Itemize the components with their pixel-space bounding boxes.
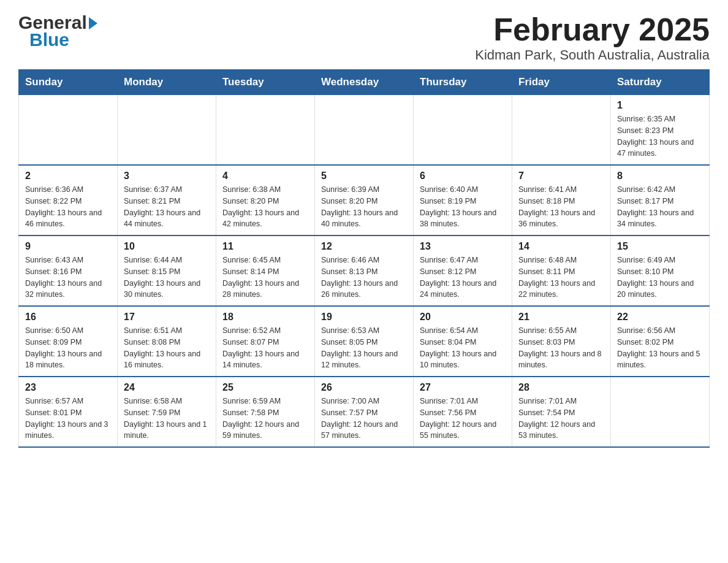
day-info: Sunrise: 6:57 AMSunset: 8:01 PMDaylight:… [25, 396, 111, 442]
calendar-cell: 26Sunrise: 7:00 AMSunset: 7:57 PMDayligh… [315, 377, 414, 447]
day-number: 20 [420, 312, 506, 323]
calendar-cell [414, 95, 512, 166]
day-number: 14 [518, 241, 604, 252]
day-number: 4 [222, 170, 308, 182]
calendar-cell [216, 95, 315, 166]
calendar-cell: 2Sunrise: 6:36 AMSunset: 8:22 PMDaylight… [19, 165, 118, 236]
day-number: 18 [222, 312, 308, 323]
day-info: Sunrise: 6:55 AMSunset: 8:03 PMDaylight:… [518, 325, 604, 371]
weekday-header-sunday: Sunday [19, 70, 118, 95]
calendar-table: SundayMondayTuesdayWednesdayThursdayFrid… [18, 69, 710, 448]
day-number: 19 [321, 312, 407, 323]
day-number: 27 [420, 382, 506, 393]
day-number: 6 [420, 170, 506, 182]
day-number: 2 [25, 170, 111, 182]
day-number: 23 [25, 382, 111, 393]
calendar-cell [512, 95, 611, 166]
day-info: Sunrise: 6:45 AMSunset: 8:14 PMDaylight:… [222, 255, 308, 301]
day-info: Sunrise: 6:42 AMSunset: 8:17 PMDaylight:… [617, 184, 703, 230]
day-info: Sunrise: 7:01 AMSunset: 7:56 PMDaylight:… [420, 396, 506, 442]
day-info: Sunrise: 6:43 AMSunset: 8:16 PMDaylight:… [25, 255, 111, 301]
calendar-week-4: 16Sunrise: 6:50 AMSunset: 8:09 PMDayligh… [19, 306, 710, 377]
calendar-cell: 23Sunrise: 6:57 AMSunset: 8:01 PMDayligh… [19, 377, 118, 447]
calendar-cell: 10Sunrise: 6:44 AMSunset: 8:15 PMDayligh… [118, 236, 216, 306]
calendar-cell: 5Sunrise: 6:39 AMSunset: 8:20 PMDaylight… [315, 165, 414, 236]
calendar-cell [19, 95, 118, 166]
weekday-header-row: SundayMondayTuesdayWednesdayThursdayFrid… [19, 70, 710, 95]
day-info: Sunrise: 6:51 AMSunset: 8:08 PMDaylight:… [124, 325, 210, 371]
day-number: 21 [518, 312, 604, 323]
calendar-cell [118, 95, 216, 166]
day-info: Sunrise: 6:58 AMSunset: 7:59 PMDaylight:… [124, 396, 210, 442]
logo: General Blue [18, 12, 97, 50]
day-info: Sunrise: 6:54 AMSunset: 8:04 PMDaylight:… [420, 325, 506, 371]
calendar-cell: 11Sunrise: 6:45 AMSunset: 8:14 PMDayligh… [216, 236, 315, 306]
calendar-cell: 20Sunrise: 6:54 AMSunset: 8:04 PMDayligh… [414, 306, 512, 377]
day-info: Sunrise: 6:48 AMSunset: 8:11 PMDaylight:… [518, 255, 604, 301]
calendar-cell: 22Sunrise: 6:56 AMSunset: 8:02 PMDayligh… [611, 306, 710, 377]
calendar-cell: 12Sunrise: 6:46 AMSunset: 8:13 PMDayligh… [315, 236, 414, 306]
calendar-cell: 4Sunrise: 6:38 AMSunset: 8:20 PMDaylight… [216, 165, 315, 236]
day-number: 22 [617, 312, 703, 323]
day-info: Sunrise: 6:40 AMSunset: 8:19 PMDaylight:… [420, 184, 506, 230]
day-number: 15 [617, 241, 703, 252]
calendar-cell [315, 95, 414, 166]
day-info: Sunrise: 6:44 AMSunset: 8:15 PMDaylight:… [124, 255, 210, 301]
calendar-cell: 6Sunrise: 6:40 AMSunset: 8:19 PMDaylight… [414, 165, 512, 236]
calendar-cell: 14Sunrise: 6:48 AMSunset: 8:11 PMDayligh… [512, 236, 611, 306]
calendar-cell: 16Sunrise: 6:50 AMSunset: 8:09 PMDayligh… [19, 306, 118, 377]
logo-chevron-icon [89, 17, 97, 29]
day-number: 10 [124, 241, 210, 252]
calendar-cell: 1Sunrise: 6:35 AMSunset: 8:23 PMDaylight… [611, 95, 710, 166]
weekday-header-monday: Monday [118, 70, 216, 95]
day-info: Sunrise: 6:53 AMSunset: 8:05 PMDaylight:… [321, 325, 407, 371]
calendar-cell: 24Sunrise: 6:58 AMSunset: 7:59 PMDayligh… [118, 377, 216, 447]
day-number: 1 [617, 100, 703, 111]
day-number: 28 [518, 382, 604, 393]
calendar-cell [611, 377, 710, 447]
logo-blue-text: Blue [29, 29, 69, 50]
calendar-cell: 3Sunrise: 6:37 AMSunset: 8:21 PMDaylight… [118, 165, 216, 236]
calendar-header: SundayMondayTuesdayWednesdayThursdayFrid… [19, 70, 710, 95]
calendar-cell: 21Sunrise: 6:55 AMSunset: 8:03 PMDayligh… [512, 306, 611, 377]
weekday-header-tuesday: Tuesday [216, 70, 315, 95]
calendar-title: February 2025 [475, 12, 710, 47]
day-info: Sunrise: 6:38 AMSunset: 8:20 PMDaylight:… [222, 184, 308, 230]
calendar-cell: 28Sunrise: 7:01 AMSunset: 7:54 PMDayligh… [512, 377, 611, 447]
calendar-week-5: 23Sunrise: 6:57 AMSunset: 8:01 PMDayligh… [19, 377, 710, 447]
calendar-cell: 17Sunrise: 6:51 AMSunset: 8:08 PMDayligh… [118, 306, 216, 377]
calendar-cell: 19Sunrise: 6:53 AMSunset: 8:05 PMDayligh… [315, 306, 414, 377]
calendar-cell: 27Sunrise: 7:01 AMSunset: 7:56 PMDayligh… [414, 377, 512, 447]
calendar-week-1: 1Sunrise: 6:35 AMSunset: 8:23 PMDaylight… [19, 95, 710, 166]
weekday-header-saturday: Saturday [611, 70, 710, 95]
day-number: 7 [518, 170, 604, 182]
day-info: Sunrise: 6:59 AMSunset: 7:58 PMDaylight:… [222, 396, 308, 442]
day-info: Sunrise: 6:36 AMSunset: 8:22 PMDaylight:… [25, 184, 111, 230]
day-number: 24 [124, 382, 210, 393]
calendar-cell: 8Sunrise: 6:42 AMSunset: 8:17 PMDaylight… [611, 165, 710, 236]
day-number: 16 [25, 312, 111, 323]
day-info: Sunrise: 7:01 AMSunset: 7:54 PMDaylight:… [518, 396, 604, 442]
calendar-cell: 7Sunrise: 6:41 AMSunset: 8:18 PMDaylight… [512, 165, 611, 236]
title-block: February 2025 Kidman Park, South Austral… [475, 12, 710, 63]
day-number: 9 [25, 241, 111, 252]
day-number: 12 [321, 241, 407, 252]
calendar-week-3: 9Sunrise: 6:43 AMSunset: 8:16 PMDaylight… [19, 236, 710, 306]
day-info: Sunrise: 6:35 AMSunset: 8:23 PMDaylight:… [617, 113, 703, 159]
day-number: 5 [321, 170, 407, 182]
day-number: 11 [222, 241, 308, 252]
day-info: Sunrise: 6:46 AMSunset: 8:13 PMDaylight:… [321, 255, 407, 301]
day-info: Sunrise: 6:56 AMSunset: 8:02 PMDaylight:… [617, 325, 703, 371]
calendar-cell: 18Sunrise: 6:52 AMSunset: 8:07 PMDayligh… [216, 306, 315, 377]
page-header: General Blue February 2025 Kidman Park, … [18, 12, 710, 63]
day-number: 25 [222, 382, 308, 393]
day-info: Sunrise: 6:49 AMSunset: 8:10 PMDaylight:… [617, 255, 703, 301]
calendar-cell: 25Sunrise: 6:59 AMSunset: 7:58 PMDayligh… [216, 377, 315, 447]
day-info: Sunrise: 6:50 AMSunset: 8:09 PMDaylight:… [25, 325, 111, 371]
day-info: Sunrise: 6:39 AMSunset: 8:20 PMDaylight:… [321, 184, 407, 230]
weekday-header-wednesday: Wednesday [315, 70, 414, 95]
weekday-header-thursday: Thursday [414, 70, 512, 95]
day-number: 26 [321, 382, 407, 393]
calendar-subtitle: Kidman Park, South Australia, Australia [475, 47, 710, 63]
day-info: Sunrise: 6:41 AMSunset: 8:18 PMDaylight:… [518, 184, 604, 230]
